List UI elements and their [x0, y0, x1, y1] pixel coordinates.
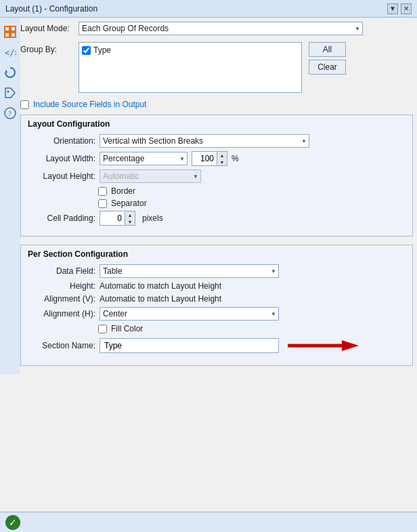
section-name-input[interactable]: [100, 338, 279, 353]
height-select: Automatic: [100, 169, 201, 183]
all-button[interactable]: All: [309, 42, 346, 57]
layout-config-title: Layout Configuration: [28, 119, 405, 129]
per-section-title: Per Section Configuration: [28, 249, 405, 259]
layout-config-panel: Layout Configuration Orientation: Vertic…: [20, 115, 413, 237]
layout-width-row: Layout Width: Percentage Fixed ▲ ▼ %: [28, 151, 405, 166]
sidebar: </> ?: [0, 18, 20, 374]
layout-height-label: Layout Height:: [28, 171, 95, 181]
height-select-wrapper: Automatic: [100, 169, 201, 183]
alignment-h-select[interactable]: Center Left Right: [100, 307, 279, 321]
bottom-bar: ✓: [0, 512, 417, 532]
code-icon[interactable]: </>: [3, 45, 18, 60]
padding-spin-up[interactable]: ▲: [125, 211, 135, 218]
svg-rect-2: [11, 26, 16, 31]
help-icon[interactable]: ?: [3, 106, 18, 121]
padding-spin-down[interactable]: ▼: [125, 218, 135, 225]
red-arrow-icon: [284, 336, 359, 355]
section-name-label: Section Name:: [28, 341, 95, 350]
svg-rect-1: [5, 33, 9, 37]
data-field-select-wrapper: Table Field1 Field2: [100, 264, 279, 278]
data-field-row: Data Field: Table Field1 Field2: [28, 264, 405, 278]
data-field-label: Data Field:: [28, 266, 95, 276]
width-number-wrapper: ▲ ▼: [192, 151, 227, 166]
content-area: Layout Mode: Each Group Of Records Singl…: [20, 18, 417, 374]
alignment-h-label: Alignment (H):: [28, 309, 95, 319]
include-source-checkbox[interactable]: [20, 100, 29, 109]
width-spin-up[interactable]: ▲: [217, 152, 227, 159]
alignment-v-label: Alignment (V):: [28, 294, 95, 304]
border-row: Border: [28, 186, 405, 196]
layout-mode-row: Layout Mode: Each Group Of Records Singl…: [20, 22, 413, 35]
svg-marker-10: [342, 340, 359, 351]
close-button[interactable]: ✕: [401, 3, 412, 14]
layout-icon[interactable]: [3, 24, 18, 39]
clear-button[interactable]: Clear: [309, 60, 346, 75]
width-spin-down[interactable]: ▼: [217, 159, 227, 165]
group-by-label: Group By:: [20, 42, 74, 54]
fill-color-row: Fill Color: [28, 324, 405, 333]
include-source-label: Include Source Fields in Output: [33, 100, 146, 109]
pin-button[interactable]: ▼: [387, 3, 398, 14]
group-by-type-label: Type: [93, 45, 111, 55]
main-wrapper: </> ? Layout Mode:: [0, 18, 417, 374]
svg-point-6: [7, 91, 9, 93]
width-number-input[interactable]: [192, 152, 217, 165]
group-by-type-checkbox[interactable]: [82, 46, 91, 55]
orientation-select-wrapper: Vertical with Section Breaks Horizontal …: [100, 134, 309, 148]
svg-rect-3: [11, 33, 16, 37]
rotate-icon[interactable]: [3, 65, 18, 80]
group-by-row: Group By: Type All Clear: [20, 42, 413, 93]
layout-mode-label: Layout Mode:: [20, 24, 74, 33]
orientation-row: Orientation: Vertical with Section Break…: [28, 134, 405, 148]
title-bar-controls: ▼ ✕: [387, 3, 412, 14]
width-spinner: ▲ ▼: [217, 152, 227, 165]
section-name-row: Section Name:: [28, 336, 405, 355]
alignment-v-row: Alignment (V): Automatic to match Layout…: [28, 294, 405, 304]
cell-padding-label: Cell Padding:: [28, 213, 95, 223]
layout-height-row: Layout Height: Automatic: [28, 169, 405, 183]
cell-padding-input[interactable]: [100, 212, 125, 224]
width-unit: %: [232, 154, 239, 163]
tag-icon[interactable]: [3, 85, 18, 100]
height-value: Automatic to match Layout Height: [100, 281, 221, 291]
alignment-v-value: Automatic to match Layout Height: [100, 294, 221, 304]
per-section-panel: Per Section Configuration Data Field: Ta…: [20, 245, 413, 366]
width-select-wrapper: Percentage Fixed: [100, 152, 188, 165]
cell-padding-spinner: ▲ ▼: [125, 211, 135, 225]
svg-text:</>: </>: [5, 48, 16, 58]
fill-color-label: Fill Color: [111, 324, 143, 333]
separator-checkbox[interactable]: [98, 199, 107, 208]
cell-padding-wrapper: ▲ ▼: [100, 211, 135, 226]
group-by-list: Type: [79, 42, 302, 93]
layout-mode-select-wrapper: Each Group Of Records Single Record All …: [79, 22, 363, 35]
group-by-item-type: Type: [82, 45, 299, 55]
orientation-select[interactable]: Vertical with Section Breaks Horizontal …: [100, 134, 309, 148]
border-label: Border: [111, 186, 135, 196]
group-by-buttons: All Clear: [309, 42, 346, 75]
separator-label: Separator: [111, 199, 147, 208]
svg-rect-0: [5, 26, 9, 31]
svg-marker-5: [5, 70, 8, 73]
layout-width-label: Layout Width:: [28, 154, 95, 163]
layout-mode-select[interactable]: Each Group Of Records Single Record All …: [79, 22, 363, 35]
section-name-container: [100, 336, 359, 355]
fill-color-checkbox[interactable]: [98, 325, 107, 333]
height-label: Height:: [28, 281, 95, 291]
window-title: Layout (1) - Configuration: [5, 4, 97, 14]
orientation-label: Orientation:: [28, 136, 95, 146]
check-icon[interactable]: ✓: [5, 515, 20, 530]
title-bar: Layout (1) - Configuration ▼ ✕: [0, 0, 417, 18]
cell-padding-row: Cell Padding: ▲ ▼ pixels: [28, 211, 405, 226]
separator-row: Separator: [28, 199, 405, 208]
padding-unit: pixels: [142, 213, 163, 223]
svg-text:?: ?: [8, 109, 12, 117]
alignment-h-select-wrapper: Center Left Right: [100, 307, 279, 321]
include-source-row: Include Source Fields in Output: [20, 100, 413, 109]
height-row: Height: Automatic to match Layout Height: [28, 281, 405, 291]
width-type-select[interactable]: Percentage Fixed: [100, 152, 188, 165]
alignment-h-row: Alignment (H): Center Left Right: [28, 307, 405, 321]
border-checkbox[interactable]: [98, 187, 107, 196]
check-symbol: ✓: [9, 517, 17, 528]
data-field-select[interactable]: Table Field1 Field2: [100, 264, 279, 278]
